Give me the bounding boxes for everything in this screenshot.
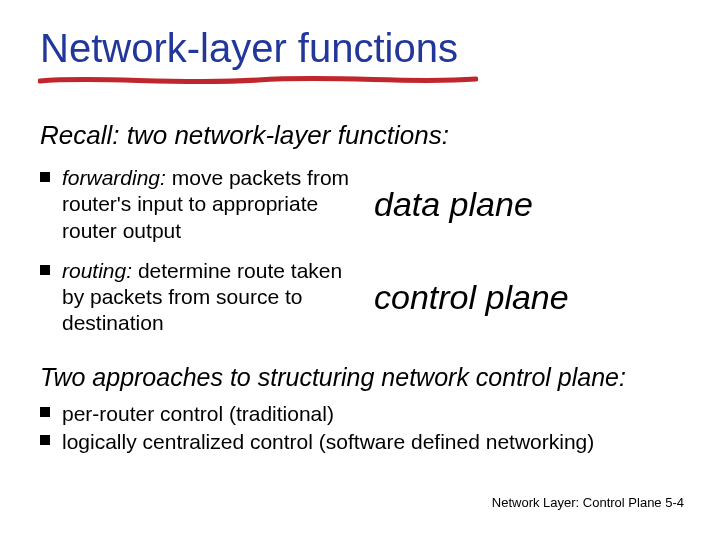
recall-line: Recall: two network-layer functions: — [40, 120, 680, 151]
square-bullet-icon — [40, 435, 50, 445]
bullet-text: routing: determine route taken by packet… — [62, 258, 350, 337]
function-row-forwarding: forwarding: move packets from router's i… — [40, 165, 680, 244]
page-title: Network-layer functions — [40, 26, 680, 70]
square-bullet-icon — [40, 407, 50, 417]
list-item: per-router control (traditional) — [40, 400, 680, 428]
slide-footer: Network Layer: Control Plane 5-4 — [492, 495, 684, 510]
bullet-forwarding: forwarding: move packets from router's i… — [40, 165, 350, 244]
slide: Network-layer functions Recall: two netw… — [0, 0, 720, 540]
approaches-heading: Two approaches to structuring network co… — [40, 363, 680, 392]
bullet-text: forwarding: move packets from router's i… — [62, 165, 350, 244]
approach-text: per-router control (traditional) — [62, 400, 334, 428]
bullet-routing: routing: determine route taken by packet… — [40, 258, 350, 337]
square-bullet-icon — [40, 172, 50, 182]
bullet-lead: routing: — [62, 259, 132, 282]
list-item: logically centralized control (software … — [40, 428, 680, 456]
plane-label-control: control plane — [374, 278, 569, 317]
square-bullet-icon — [40, 265, 50, 275]
approaches-list: per-router control (traditional) logical… — [40, 400, 680, 457]
function-row-routing: routing: determine route taken by packet… — [40, 258, 680, 337]
title-underline — [38, 74, 478, 88]
bullet-lead: forwarding: — [62, 166, 166, 189]
plane-label-data: data plane — [374, 185, 533, 224]
approach-text: logically centralized control (software … — [62, 428, 594, 456]
